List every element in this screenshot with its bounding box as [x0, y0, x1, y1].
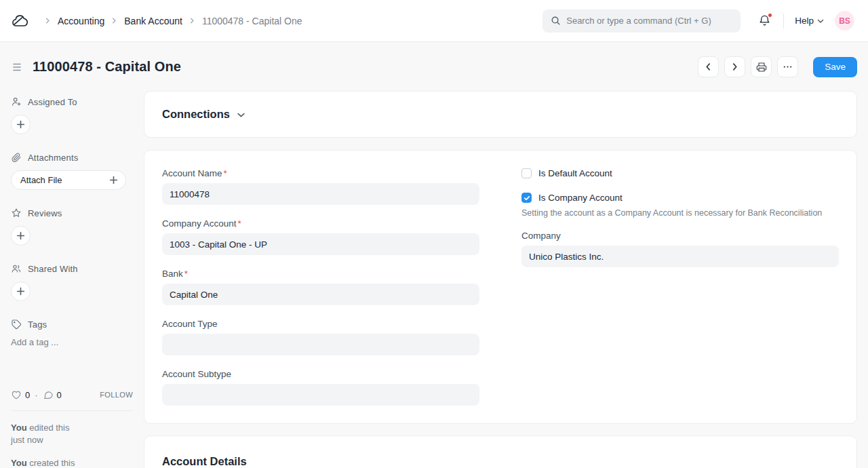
field-label: Account Name: [162, 168, 222, 178]
separator-dot: ·: [35, 390, 37, 400]
shared-with-section: Shared With: [11, 263, 133, 301]
breadcrumb-bank-account[interactable]: Bank Account: [124, 16, 182, 26]
attachments-section: Attachments Attach File: [11, 152, 133, 190]
more-options-button[interactable]: [777, 56, 798, 77]
breadcrumb-current-record: 11000478 - Capital One: [202, 16, 302, 26]
field-label: Account Subtype: [162, 369, 231, 379]
app-logo[interactable]: [11, 12, 28, 30]
users-icon: [11, 263, 22, 274]
field-label: Company Account: [162, 218, 237, 229]
next-record-button[interactable]: [724, 56, 745, 77]
add-assignment-button[interactable]: [11, 115, 31, 134]
search-icon: [551, 16, 561, 26]
field-account-name: Account Name* 11000478: [162, 168, 479, 205]
field-label: Account Type: [162, 319, 218, 329]
comments-count: 0: [57, 390, 62, 400]
tags-label: Tags: [28, 319, 47, 330]
likes-count: 0: [25, 390, 30, 400]
navbar-divider: [783, 14, 784, 28]
is-company-account-checkbox-row[interactable]: Is Company Account: [521, 193, 839, 203]
page-header: 11000478 - Capital One Save: [0, 42, 868, 91]
required-marker: *: [184, 269, 188, 279]
assigned-to-label: Assigned To: [28, 97, 77, 107]
help-menu[interactable]: Help: [795, 16, 824, 26]
field-label: Bank: [162, 269, 183, 279]
form-right-column: Is Default Account Is Company Account Se…: [521, 168, 839, 406]
sidebar-toggle-button[interactable]: [11, 60, 26, 75]
account-subtype-input[interactable]: [162, 384, 479, 406]
account-name-input[interactable]: 11000478: [162, 183, 479, 205]
breadcrumb-accounting[interactable]: Accounting: [58, 16, 104, 26]
page-title: 11000478 - Capital One: [33, 59, 181, 75]
field-bank: Bank* Capital One: [162, 269, 479, 305]
form-main-area: Connections Account Name* 11000478 Compa…: [144, 91, 868, 468]
comments-button[interactable]: 0: [43, 389, 62, 400]
top-navbar: Accounting Bank Account 11000478 - Capit…: [0, 0, 868, 42]
chevron-down-icon: [817, 18, 824, 24]
activity-action: edited this: [29, 423, 69, 433]
account-details-toggle[interactable]: Account Details: [162, 455, 839, 468]
account-type-input[interactable]: [162, 334, 479, 355]
cloud-logo-icon: [11, 12, 28, 30]
add-share-button[interactable]: [11, 281, 31, 301]
required-marker: *: [224, 168, 227, 178]
printer-icon: [756, 62, 767, 73]
attach-file-button[interactable]: Attach File: [11, 170, 126, 190]
account-details-title: Account Details: [162, 455, 247, 468]
help-label: Help: [795, 16, 814, 26]
reviews-section: Reviews: [11, 208, 133, 246]
activity-action: created this: [29, 458, 75, 468]
user-plus-icon: [11, 96, 22, 107]
reviews-label: Reviews: [28, 208, 62, 218]
field-company-account: Company Account* 1003 - Capital One - UP: [162, 218, 479, 255]
print-button[interactable]: [751, 56, 772, 77]
assigned-to-section: Assigned To: [11, 96, 133, 134]
company-account-input[interactable]: 1003 - Capital One - UP: [162, 233, 479, 255]
field-account-type: Account Type: [162, 319, 479, 355]
is-company-account-checkbox[interactable]: [521, 193, 532, 203]
field-account-subtype: Account Subtype: [162, 369, 479, 406]
activity-edited: You edited this just now: [11, 422, 133, 446]
activity-actor: You: [11, 423, 27, 433]
company-input[interactable]: Unico Plastics Inc.: [521, 246, 839, 267]
chevron-right-icon: [189, 18, 195, 24]
plus-icon: [109, 176, 118, 184]
add-tag-input[interactable]: Add a tag ...: [11, 337, 133, 347]
notifications-button[interactable]: [758, 14, 771, 27]
connections-toggle[interactable]: Connections: [162, 108, 839, 121]
is-default-account-checkbox-row[interactable]: Is Default Account: [521, 168, 839, 178]
like-button[interactable]: 0: [11, 389, 30, 400]
form-left-column: Account Name* 11000478 Company Account* …: [162, 168, 479, 406]
previous-record-button[interactable]: [698, 56, 719, 77]
company-account-description: Setting the account as a Company Account…: [521, 208, 839, 219]
sidebar-divider: [11, 410, 133, 411]
attach-file-label: Attach File: [20, 175, 62, 185]
notification-dot: [768, 13, 772, 18]
is-default-account-checkbox[interactable]: [521, 168, 532, 178]
checkbox-label: Is Default Account: [538, 168, 612, 178]
add-review-button[interactable]: [11, 226, 31, 246]
activity-time: just now: [11, 434, 133, 446]
user-avatar[interactable]: BS: [835, 11, 854, 31]
connections-title: Connections: [162, 108, 230, 121]
chevron-right-icon: [45, 18, 51, 24]
paperclip-icon: [11, 152, 22, 163]
save-button[interactable]: Save: [813, 57, 857, 77]
activity-created: You created this just now: [11, 457, 133, 468]
attachments-label: Attachments: [28, 153, 78, 163]
tags-section: Tags Add a tag ...: [11, 319, 133, 347]
field-label: Company: [521, 231, 561, 241]
star-icon: [11, 208, 22, 218]
engagement-row: 0 · 0 FOLLOW: [11, 389, 133, 400]
checkbox-label: Is Company Account: [538, 193, 623, 203]
tag-icon: [11, 319, 22, 330]
document-sidebar: Assigned To Attachments Attach File: [0, 91, 144, 468]
field-company: Company Unico Plastics Inc.: [521, 231, 839, 267]
bank-input[interactable]: Capital One: [162, 284, 479, 305]
follow-button[interactable]: FOLLOW: [100, 391, 133, 399]
activity-actor: You: [11, 458, 27, 468]
connections-section: Connections: [144, 91, 857, 138]
global-search[interactable]: [542, 9, 741, 33]
search-input[interactable]: [566, 16, 732, 26]
ellipsis-icon: [783, 62, 793, 72]
